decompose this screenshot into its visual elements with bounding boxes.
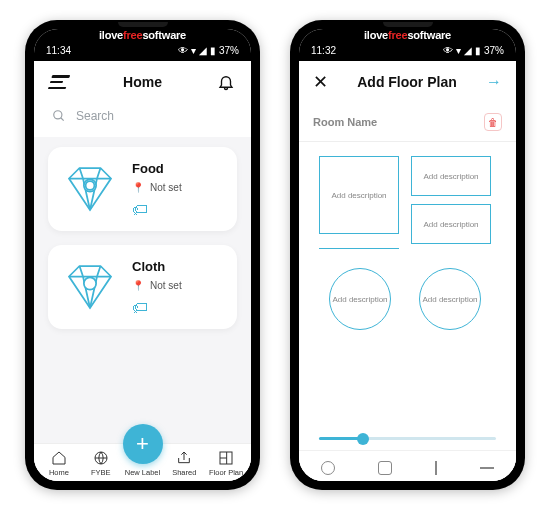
eye-icon: 👁 [178,45,188,56]
status-bar: 11:34 👁 ▾ ◢ ▮ 37% [34,43,251,61]
bottom-nav: + Home FYBE New Label Shared [34,443,251,481]
sys-menu-icon[interactable] [480,467,494,469]
svg-point-3 [84,277,96,289]
diamond-icon [62,161,118,217]
wifi-icon: ▾ [456,45,461,56]
room-name-row: Room Name 🗑 [299,103,516,142]
room-shape[interactable]: Add description [411,204,491,244]
bell-icon[interactable] [217,73,235,91]
home-icon [51,450,67,466]
status-bar: 11:32 👁 ▾ ◢ ▮ 37% [299,43,516,61]
room-shape[interactable]: Add description [319,156,399,234]
line-shape[interactable] [319,248,399,249]
content-home: Home Search Food 📍Not set 🏷 [34,61,251,481]
nav-floor-plan[interactable]: Floor Plan [206,450,246,477]
pin-icon: 📍 [132,182,144,193]
sys-recent-icon[interactable] [321,461,335,475]
system-nav [299,450,516,481]
sys-back-icon[interactable] [435,461,437,475]
search-field[interactable]: Search [34,101,251,137]
diamond-icon [62,259,118,315]
zoom-slider[interactable] [299,437,516,450]
card-title: Cloth [132,259,223,274]
status-icons: 👁 ▾ ◢ ▮ 37% [178,45,239,56]
screen-left: ilovefreesoftware 11:34 👁 ▾ ◢ ▮ 37% Home… [34,29,251,481]
circle-shape[interactable]: Add description [419,268,481,330]
brand-bar: ilovefreesoftware [299,29,516,43]
battery-pct: 37% [484,45,504,56]
page-title: Home [123,74,162,90]
eye-icon: 👁 [443,45,453,56]
sys-home-icon[interactable] [378,461,392,475]
globe-icon [93,450,109,466]
floorplan-icon [218,450,234,466]
battery-icon: ▮ [475,45,481,56]
screen-right: ilovefreesoftware 11:32 👁 ▾ ◢ ▮ 37% ✕ Ad… [299,29,516,481]
circle-shape[interactable]: Add description [329,268,391,330]
nav-home[interactable]: Home [39,450,79,477]
status-time: 11:34 [46,45,71,56]
nav-fybe[interactable]: FYBE [81,450,121,477]
search-icon [52,109,66,123]
card-location: Not set [150,182,182,193]
battery-icon: ▮ [210,45,216,56]
share-icon [176,450,192,466]
phone-left: ilovefreesoftware 11:34 👁 ▾ ◢ ▮ 37% Home… [25,20,260,490]
room-name-field[interactable]: Room Name [313,116,377,128]
card-item[interactable]: Cloth 📍Not set 🏷 [48,245,237,329]
page-title: Add Floor Plan [357,74,457,90]
search-placeholder: Search [76,109,114,123]
svg-line-1 [61,118,64,121]
menu-icon[interactable] [48,75,71,89]
wifi-icon: ▾ [191,45,196,56]
brand-bar: ilovefreesoftware [34,29,251,43]
card-item[interactable]: Food 📍Not set 🏷 [48,147,237,231]
battery-pct: 37% [219,45,239,56]
status-icons: 👁 ▾ ◢ ▮ 37% [443,45,504,56]
next-arrow-icon[interactable]: → [486,73,502,91]
svg-point-0 [54,111,62,119]
status-time: 11:32 [311,45,336,56]
pin-icon: 📍 [132,280,144,291]
delete-button[interactable]: 🗑 [484,113,502,131]
card-location: Not set [150,280,182,291]
signal-icon: ◢ [464,45,472,56]
close-icon[interactable]: ✕ [313,71,328,93]
app-header: Home [34,61,251,101]
floor-plan-canvas[interactable]: Add description Add description Add desc… [299,142,516,437]
app-header: ✕ Add Floor Plan → [299,61,516,103]
signal-icon: ◢ [199,45,207,56]
nav-new-label[interactable]: New Label [122,468,162,477]
room-shape[interactable]: Add description [411,156,491,196]
phone-right: ilovefreesoftware 11:32 👁 ▾ ◢ ▮ 37% ✕ Ad… [290,20,525,490]
fab-add[interactable]: + [123,424,163,464]
content-floorplan: ✕ Add Floor Plan → Room Name 🗑 Add descr… [299,61,516,481]
card-list: Food 📍Not set 🏷 Cloth 📍Not set 🏷 [34,137,251,339]
nav-shared[interactable]: Shared [164,450,204,477]
card-title: Food [132,161,223,176]
tag-icon: 🏷 [132,201,223,219]
tag-icon: 🏷 [132,299,223,317]
